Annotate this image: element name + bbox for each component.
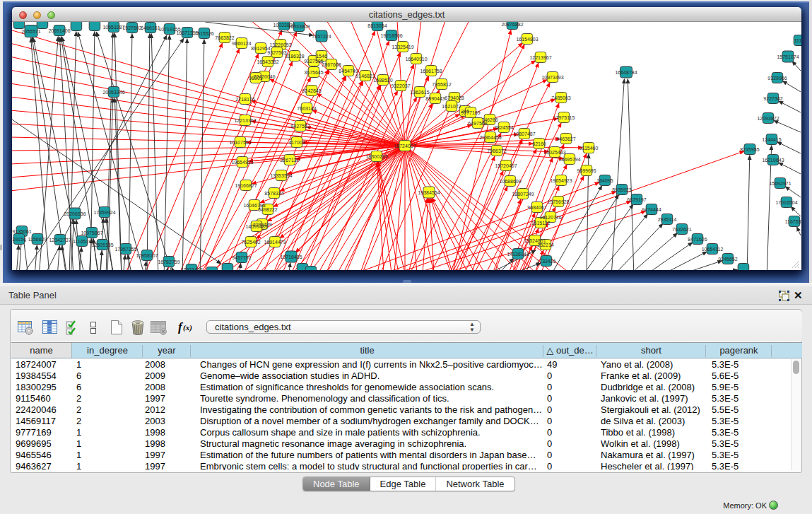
svg-text:17923466: 17923466 <box>180 267 202 271</box>
svg-text:18495794: 18495794 <box>558 157 580 162</box>
svg-text:2718176: 2718176 <box>235 97 254 102</box>
svg-text:9245652: 9245652 <box>718 257 737 262</box>
svg-text:16033809: 16033809 <box>288 24 310 29</box>
svg-text:9115460: 9115460 <box>579 146 599 151</box>
svg-text:19716485: 19716485 <box>280 255 302 259</box>
svg-text:6466161: 6466161 <box>141 25 160 30</box>
svg-text:7515526: 7515526 <box>194 31 213 36</box>
svg-text:2867608: 2867608 <box>322 62 341 67</box>
svg-text:7986372: 7986372 <box>487 148 506 153</box>
svg-text:20364456: 20364456 <box>479 135 501 140</box>
svg-text:16640910: 16640910 <box>405 57 427 62</box>
svg-text:13353594: 13353594 <box>270 173 292 178</box>
svg-text:7603144: 7603144 <box>297 106 316 111</box>
svg-text:9699695: 9699695 <box>577 168 596 173</box>
svg-text:9327505: 9327505 <box>304 59 323 64</box>
svg-text:39154: 39154 <box>12 237 26 242</box>
svg-text:12213967: 12213967 <box>529 55 551 60</box>
svg-text:7663822: 7663822 <box>215 35 234 40</box>
svg-text:10973493: 10973493 <box>541 75 563 80</box>
svg-text:9860124: 9860124 <box>232 41 251 46</box>
svg-text:2935114: 2935114 <box>658 217 677 222</box>
svg-text:10688609: 10688609 <box>499 179 521 184</box>
svg-text:6794028: 6794028 <box>445 95 464 100</box>
svg-text:1167533: 1167533 <box>785 219 801 224</box>
svg-text:10654112: 10654112 <box>702 247 724 252</box>
svg-text:6497568: 6497568 <box>468 121 487 126</box>
svg-text:15720407: 15720407 <box>495 163 517 168</box>
svg-text:12342737: 12342737 <box>49 238 71 243</box>
svg-text:7857224: 7857224 <box>312 34 331 39</box>
svg-text:20876882: 20876882 <box>501 22 523 27</box>
svg-text:15692971: 15692971 <box>769 181 791 186</box>
svg-text:19218506: 19218506 <box>380 33 402 38</box>
svg-text:9227342: 9227342 <box>763 96 782 101</box>
svg-text:9474444: 9474444 <box>642 207 661 212</box>
svg-text:3675645: 3675645 <box>304 70 323 75</box>
svg-text:1156829: 1156829 <box>28 237 47 242</box>
svg-text:19756928: 19756928 <box>547 199 569 204</box>
svg-text:16648784: 16648784 <box>615 70 637 75</box>
svg-text:10025433: 10025433 <box>543 150 565 155</box>
svg-text:19166827: 19166827 <box>235 183 257 188</box>
svg-text:9135061: 9135061 <box>12 229 31 234</box>
svg-text:98901: 98901 <box>249 76 263 81</box>
svg-text:16914479: 16914479 <box>264 240 286 245</box>
svg-text:7485063: 7485063 <box>551 95 570 100</box>
svg-text:15751074: 15751074 <box>777 54 799 59</box>
svg-text:20206536: 20206536 <box>64 211 86 216</box>
svg-text:9463627: 9463627 <box>556 136 575 141</box>
svg-text:1621072: 1621072 <box>442 104 461 109</box>
svg-text:5498222: 5498222 <box>258 207 277 212</box>
svg-text:164095: 164095 <box>596 178 613 183</box>
svg-text:19654935: 19654935 <box>231 160 253 165</box>
svg-text:8454749: 8454749 <box>339 69 358 74</box>
svg-text:17016504: 17016504 <box>775 200 797 205</box>
svg-text:8427552: 8427552 <box>290 124 310 129</box>
svg-text:20053346: 20053346 <box>102 90 124 95</box>
svg-text:18807249: 18807249 <box>512 192 534 197</box>
svg-text:17957255: 17957255 <box>114 247 136 252</box>
svg-text:8813054: 8813054 <box>367 23 387 28</box>
svg-text:7632621: 7632621 <box>672 227 691 232</box>
svg-text:9684067: 9684067 <box>527 205 546 210</box>
svg-text:1615112: 1615112 <box>531 221 551 226</box>
svg-text:9777169: 9777169 <box>461 110 480 115</box>
svg-text:16782759: 16782759 <box>158 259 180 264</box>
svg-text:9329966: 9329966 <box>767 76 787 81</box>
svg-text:3824554: 3824554 <box>494 125 513 130</box>
svg-text:1527602: 1527602 <box>122 25 141 30</box>
svg-text:16120746: 16120746 <box>539 215 561 220</box>
svg-text:12213363: 12213363 <box>234 118 256 123</box>
svg-text:8186328: 8186328 <box>285 54 304 59</box>
svg-text:252214: 252214 <box>537 243 553 247</box>
svg-text:20691406: 20691406 <box>48 28 70 33</box>
svg-text:1546: 1546 <box>316 54 327 59</box>
svg-text:18724007: 18724007 <box>394 144 416 148</box>
svg-text:7955812: 7955812 <box>432 82 451 87</box>
svg-text:19384554: 19384554 <box>418 190 440 195</box>
svg-text:1588520: 1588520 <box>373 78 392 83</box>
svg-text:1114519: 1114519 <box>73 239 91 244</box>
svg-text:(x): (x) <box>183 323 192 332</box>
svg-text:19654923: 19654923 <box>550 178 572 183</box>
svg-text:9327503: 9327503 <box>267 50 286 55</box>
svg-text:9146821: 9146821 <box>355 74 375 78</box>
svg-text:18300295: 18300295 <box>365 154 387 159</box>
svg-text:8471626: 8471626 <box>688 237 707 242</box>
svg-text:16210643: 16210643 <box>762 158 784 163</box>
svg-text:1117: 1117 <box>794 38 801 43</box>
svg-text:8990443: 8990443 <box>425 96 445 101</box>
svg-text:17975115: 17975115 <box>553 115 575 120</box>
svg-text:10807487: 10807487 <box>513 132 535 136</box>
svg-text:16961758: 16961758 <box>420 69 442 74</box>
svg-text:12093872: 12093872 <box>757 116 779 121</box>
svg-text:2055571: 2055571 <box>21 29 40 34</box>
svg-text:14099489: 14099489 <box>245 224 267 229</box>
svg-text:6879197: 6879197 <box>627 197 646 202</box>
svg-text:13226053: 13226053 <box>269 42 291 47</box>
svg-text:10958107: 10958107 <box>136 253 158 258</box>
svg-text:1733426: 1733426 <box>536 259 555 264</box>
svg-text:9457791: 9457791 <box>232 255 251 260</box>
svg-text:8215955: 8215955 <box>740 147 759 152</box>
